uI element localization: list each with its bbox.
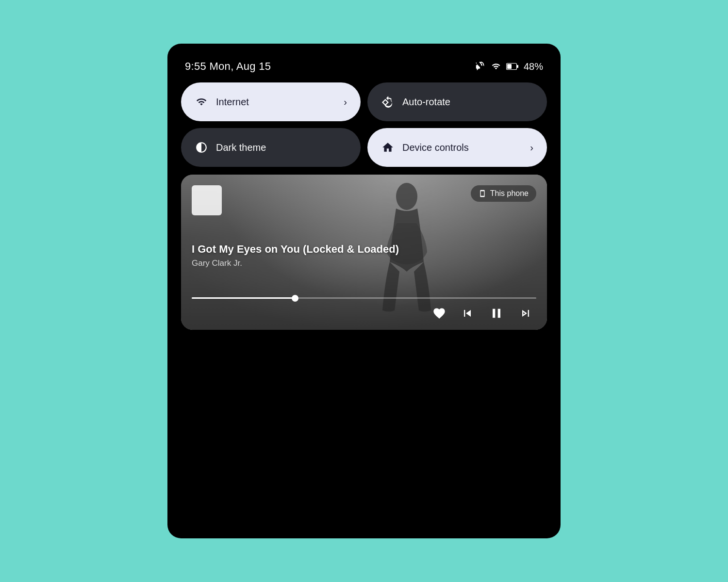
phone-output-icon <box>479 190 486 197</box>
progress-thumb <box>292 295 298 302</box>
quick-tiles-grid: Internet › Auto-rotate Dark theme <box>181 82 547 167</box>
song-title: I Got My Eyes on You (Locked & Loaded) <box>192 243 536 256</box>
svg-rect-1 <box>517 65 518 68</box>
song-artist: Gary Clark Jr. <box>192 259 536 268</box>
battery-percentage: 48% <box>524 61 543 72</box>
skip-next-button[interactable] <box>519 307 532 320</box>
like-button[interactable] <box>432 307 446 320</box>
tile-dark-theme-label: Dark theme <box>216 142 347 153</box>
date: Mon, Aug 15 <box>209 60 271 72</box>
device-controls-chevron: › <box>530 142 533 153</box>
svg-rect-2 <box>507 64 512 69</box>
device-controls-icon <box>381 141 395 154</box>
status-bar: 9:55 Mon, Aug 15 <box>181 57 547 82</box>
skip-previous-button[interactable] <box>461 307 474 320</box>
pause-button[interactable] <box>489 306 504 321</box>
auto-rotate-icon <box>381 95 395 109</box>
media-info: I Got My Eyes on You (Locked & Loaded) G… <box>192 243 536 270</box>
mute-icon <box>475 61 486 72</box>
wifi-icon <box>491 62 501 71</box>
battery-icon <box>506 63 519 70</box>
tile-dark-theme[interactable]: Dark theme <box>181 128 361 167</box>
media-overlay: This phone I Got My Eyes on You (Locked … <box>181 175 547 330</box>
phone-panel: 9:55 Mon, Aug 15 <box>167 44 561 538</box>
album-art <box>192 185 222 215</box>
progress-track[interactable] <box>192 297 536 299</box>
dark-theme-icon <box>195 141 208 154</box>
tile-device-controls-label: Device controls <box>402 142 522 153</box>
tile-auto-rotate[interactable]: Auto-rotate <box>367 82 547 121</box>
tile-internet[interactable]: Internet › <box>181 82 361 121</box>
wifi-tile-icon <box>195 95 208 109</box>
status-time: 9:55 Mon, Aug 15 <box>185 60 271 73</box>
tile-internet-label: Internet <box>216 97 336 108</box>
tile-auto-rotate-label: Auto-rotate <box>402 97 533 108</box>
media-player: This phone I Got My Eyes on You (Locked … <box>181 175 547 330</box>
internet-chevron: › <box>344 97 347 108</box>
media-top-row: This phone <box>192 185 536 215</box>
this-phone-button[interactable]: This phone <box>471 185 536 202</box>
this-phone-label: This phone <box>490 189 529 198</box>
progress-bar[interactable] <box>192 297 536 299</box>
progress-fill <box>192 297 295 299</box>
playback-controls-row <box>192 306 536 321</box>
media-controls <box>192 297 536 321</box>
tile-device-controls[interactable]: Device controls › <box>367 128 547 167</box>
time: 9:55 <box>185 60 206 72</box>
status-icons: 48% <box>475 61 543 72</box>
